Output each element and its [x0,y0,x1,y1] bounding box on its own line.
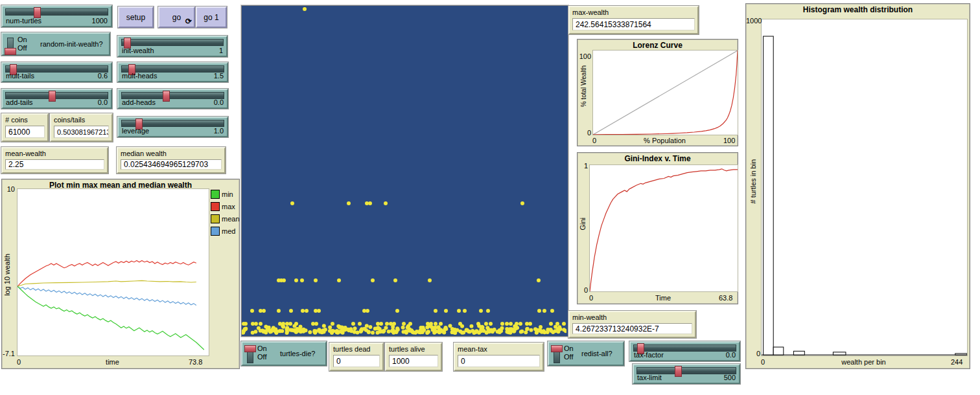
switch-handle[interactable] [244,345,256,352]
slider-value: 0.0 [214,98,224,106]
y-tick-min: 0 [746,350,760,357]
slider-value: 1 [219,47,223,54]
slider-label: add-heads [122,98,156,106]
lorenz-plot-canvas [593,51,738,135]
y-tick-max: 1 [578,162,588,170]
plot-legend: minmaxmeanmed [211,188,240,237]
legend-label: min [222,190,233,198]
monitor-num-coins: # coins 61000 [1,113,49,142]
slider-label: leverage [122,127,149,135]
switch-handle[interactable] [5,48,16,55]
y-tick-min: 0 [578,129,591,137]
switch-on-label: On [257,344,267,353]
go-once-button[interactable]: go 1 [196,6,227,28]
monitor-value: 0 [458,355,540,367]
switch-off-label: Off [18,44,27,52]
y-axis-label: # turtles in bin [749,159,757,203]
legend-item: med [211,225,240,237]
slider-mult-heads[interactable]: mult-heads1.5 [117,62,228,82]
slider-value: 1.5 [214,72,224,80]
switch-off-label: Off [257,353,267,361]
legend-item: min [211,188,240,200]
y-tick-max: 100 [578,52,591,60]
monitor-value: 242.56415333871564 [572,18,695,30]
plot-title: Lorenz Curve [578,41,738,50]
monitor-label: min-wealth [572,313,607,321]
histogram-canvas [762,19,967,356]
monitor-label: # coins [5,116,28,124]
monitor-label: median wealth [121,150,167,157]
monitor-label: turtles dead [333,345,370,353]
slider-add-heads[interactable]: add-heads0.0 [117,89,228,109]
monitor-median-wealth: median wealth 0.025434694965129703 [117,147,226,174]
setup-button-label: setup [126,13,145,22]
y-tick-max: 10 [2,185,15,193]
switch-turtles-die[interactable]: OnOff turtles-die? [241,341,327,366]
monitor-value: 0 [333,355,380,367]
switch-redist-all[interactable]: OnOff redist-all? [548,341,624,366]
monitor-label: coins/tails [54,116,85,124]
switch-label: redist-all? [581,343,612,365]
slider-label: num-turtles [6,17,41,25]
slider-init-wealth[interactable]: init-wealth1 [117,36,228,57]
slider-num-turtles[interactable]: num-turtles1000 [1,5,112,27]
plot-lorenz-curve: Lorenz Curve 100 0 % total Wealth 0 100 … [577,39,738,146]
wealth-plot-canvas [18,189,209,356]
legend-swatch-min [211,190,220,199]
gini-plot-canvas [590,165,738,291]
monitor-max-wealth: max-wealth 242.56415333871564 [568,6,699,34]
x-axis-label: time [17,358,208,366]
monitor-value: 0.025434694965129703 [121,159,222,170]
monitor-value: 1000 [389,355,438,367]
slider-value: 1.0 [214,127,224,135]
slider-track[interactable] [5,8,108,16]
slider-label: add-tails [6,98,33,106]
monitor-value: 4.267233713240932E-7 [572,323,692,334]
x-axis-label: Time [589,294,737,302]
slider-value: 0.6 [98,72,108,80]
monitor-mean-wealth: mean-wealth 2.25 [1,147,108,174]
monitor-value: 2.25 [5,159,104,170]
x-axis-label: % Population [592,137,737,144]
slider-label: tax-limit [637,374,662,381]
y-axis-label: % total Wealth [580,65,587,107]
monitor-coins-tails: coins/tails 0.5030819672131 [50,113,113,142]
slider-leverage[interactable]: leverage1.0 [117,117,228,137]
plot-histogram-wealth: Histogram wealth distribution 1000 0 # t… [745,3,970,369]
slider-label: init-wealth [122,47,154,54]
monitor-min-wealth: min-wealth 4.267233713240932E-7 [568,311,696,338]
go-button-label: go [172,13,181,22]
legend-label: med [222,227,235,235]
slider-track[interactable] [121,39,224,46]
slider-value: 500 [724,374,736,381]
y-axis-label: log 10 wealth [3,254,11,296]
switch-off-label: Off [564,353,574,361]
switch-random-init-wealth[interactable]: OnOff random-init-wealth? [1,32,110,56]
legend-swatch-mean [211,214,220,223]
plot-min-max-mean-median-wealth: Plot min max mean and median wealth 10 -… [1,179,240,369]
monitor-value: 0.5030819672131 [54,126,109,138]
plot-gini-index: Gini-Index v. Time 1 0 Gini 0 63.8 Time [577,152,738,304]
setup-button[interactable]: setup [118,6,154,28]
switch-on-label: On [18,36,27,44]
world-view [241,5,568,337]
plot-title: Gini-Index v. Time [578,154,738,163]
switch-label: random-init-wealth? [40,34,103,54]
monitor-label: max-wealth [572,8,609,16]
slider-tax-factor[interactable]: tax-factor0.0 [629,341,740,361]
forever-icon: ⟳ [185,17,192,26]
slider-label: tax-factor [634,351,664,359]
y-axis-label: Gini [579,218,587,231]
slider-mult-tails[interactable]: mult-tails0.6 [1,62,112,82]
x-axis-label: wealth per bin [761,358,966,366]
switch-label: turtles-die? [280,343,315,365]
slider-add-tails[interactable]: add-tails0.0 [1,89,112,109]
legend-item: mean [211,212,240,225]
go-button[interactable]: go ⟳ [158,6,195,28]
switch-handle[interactable] [551,345,563,352]
monitor-label: mean-wealth [5,150,46,157]
slider-tax-limit[interactable]: tax-limit500 [633,364,740,384]
y-tick-max: 1000 [746,17,760,25]
world-canvas [242,6,566,335]
legend-label: max [222,203,235,210]
